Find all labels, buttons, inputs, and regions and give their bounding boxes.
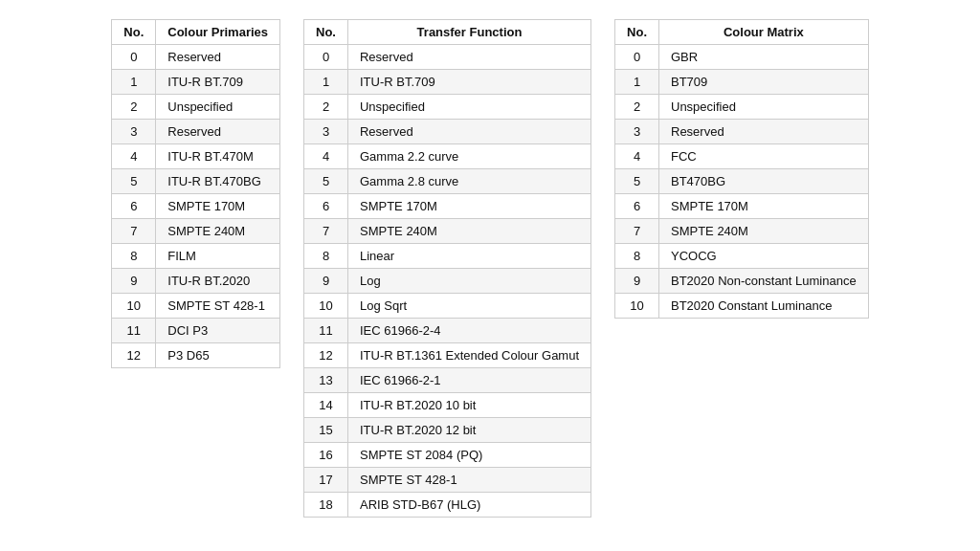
cell-value: Unspecified: [347, 95, 590, 120]
cell-value: Log: [347, 269, 590, 294]
table-row: 12P3 D65: [112, 343, 280, 368]
col-header-transfer: Transfer Function: [347, 20, 590, 45]
table-row: 2Unspecified: [615, 95, 869, 120]
table-row: 0GBR: [615, 45, 869, 70]
table-row: 2Unspecified: [112, 95, 280, 120]
table-row: 11IEC 61966-2-4: [304, 319, 591, 343]
cell-no: 2: [615, 95, 659, 120]
table-row: 12ITU-R BT.1361 Extended Colour Gamut: [304, 343, 591, 368]
col-header-matrix: Colour Matrix: [659, 20, 869, 45]
cell-no: 3: [112, 120, 156, 144]
cell-value: SMPTE 240M: [156, 219, 280, 244]
cell-value: Reserved: [659, 120, 869, 144]
table-row: 6SMPTE 170M: [112, 194, 280, 219]
table-row: 1ITU-R BT.709: [304, 70, 591, 95]
transfer-function-table: No. Transfer Function 0Reserved1ITU-R BT…: [303, 19, 591, 518]
cell-value: Reserved: [156, 45, 280, 70]
table-row: 9Log: [304, 269, 591, 294]
cell-no: 12: [112, 343, 156, 368]
cell-no: 10: [112, 294, 156, 319]
cell-no: 18: [304, 493, 348, 518]
cell-value: ITU-R BT.2020 12 bit: [347, 418, 590, 443]
cell-no: 1: [615, 70, 659, 95]
cell-no: 5: [304, 169, 348, 194]
cell-no: 4: [112, 144, 156, 169]
table-row: 4FCC: [615, 144, 869, 169]
cell-no: 11: [304, 319, 348, 343]
cell-value: GBR: [659, 45, 869, 70]
cell-no: 12: [304, 343, 348, 368]
cell-no: 14: [304, 393, 348, 418]
table-row: 6SMPTE 170M: [304, 194, 591, 219]
cell-no: 16: [304, 443, 348, 468]
cell-value: Gamma 2.8 curve: [347, 169, 590, 194]
table-row: 8Linear: [304, 244, 591, 269]
col-header-primaries: Colour Primaries: [156, 20, 280, 45]
cell-value: ITU-R BT.2020: [156, 269, 280, 294]
cell-no: 3: [304, 120, 348, 144]
table-row: 5Gamma 2.8 curve: [304, 169, 591, 194]
table-row: 3Reserved: [304, 120, 591, 144]
table-row: 10Log Sqrt: [304, 294, 591, 319]
cell-value: Unspecified: [156, 95, 280, 120]
table-row: 9ITU-R BT.2020: [112, 269, 280, 294]
cell-value: Reserved: [347, 45, 590, 70]
cell-value: YCOCG: [659, 244, 869, 269]
table-row: 14ITU-R BT.2020 10 bit: [304, 393, 591, 418]
cell-value: BT2020 Non-constant Luminance: [659, 269, 869, 294]
table-row: 0Reserved: [304, 45, 591, 70]
table-row: 0Reserved: [112, 45, 280, 70]
cell-no: 13: [304, 368, 348, 393]
cell-no: 4: [615, 144, 659, 169]
table-row: 7SMPTE 240M: [112, 219, 280, 244]
cell-no: 9: [112, 269, 156, 294]
cell-value: ITU-R BT.709: [156, 70, 280, 95]
cell-value: IEC 61966-2-1: [347, 368, 590, 393]
cell-value: ITU-R BT.2020 10 bit: [347, 393, 590, 418]
cell-no: 2: [304, 95, 348, 120]
col-header-no-1: No.: [112, 20, 156, 45]
colour-primaries-table: No. Colour Primaries 0Reserved1ITU-R BT.…: [111, 19, 280, 368]
cell-value: ITU-R BT.709: [347, 70, 590, 95]
table-row: 5ITU-R BT.470BG: [112, 169, 280, 194]
cell-value: BT2020 Constant Luminance: [659, 294, 869, 319]
cell-value: SMPTE 170M: [659, 194, 869, 219]
table-row: 15ITU-R BT.2020 12 bit: [304, 418, 591, 443]
cell-value: Reserved: [347, 120, 590, 144]
cell-no: 7: [304, 219, 348, 244]
cell-no: 5: [112, 169, 156, 194]
table-row: 16SMPTE ST 2084 (PQ): [304, 443, 591, 468]
cell-value: Reserved: [156, 120, 280, 144]
cell-value: Log Sqrt: [347, 294, 590, 319]
cell-no: 0: [615, 45, 659, 70]
cell-value: SMPTE 240M: [659, 219, 869, 244]
tables-container: No. Colour Primaries 0Reserved1ITU-R BT.…: [111, 19, 868, 518]
table-row: 10SMPTE ST 428-1: [112, 294, 280, 319]
cell-no: 17: [304, 468, 348, 493]
cell-no: 4: [304, 144, 348, 169]
cell-value: BT470BG: [659, 169, 869, 194]
cell-no: 11: [112, 319, 156, 343]
table-row: 4ITU-R BT.470M: [112, 144, 280, 169]
cell-no: 10: [304, 294, 348, 319]
cell-value: P3 D65: [156, 343, 280, 368]
cell-no: 0: [304, 45, 348, 70]
table-row: 3Reserved: [112, 120, 280, 144]
cell-value: SMPTE ST 428-1: [347, 468, 590, 493]
cell-value: SMPTE ST 428-1: [156, 294, 280, 319]
col-header-no-3: No.: [615, 20, 659, 45]
cell-value: ITU-R BT.1361 Extended Colour Gamut: [347, 343, 590, 368]
table-row: 11DCI P3: [112, 319, 280, 343]
cell-no: 6: [112, 194, 156, 219]
cell-value: SMPTE 170M: [156, 194, 280, 219]
cell-value: IEC 61966-2-4: [347, 319, 590, 343]
table-row: 3Reserved: [615, 120, 869, 144]
colour-matrix-table: No. Colour Matrix 0GBR1BT7092Unspecified…: [614, 19, 869, 319]
cell-no: 6: [304, 194, 348, 219]
cell-no: 15: [304, 418, 348, 443]
cell-value: FILM: [156, 244, 280, 269]
cell-no: 2: [112, 95, 156, 120]
cell-no: 9: [304, 269, 348, 294]
table-row: 8FILM: [112, 244, 280, 269]
cell-value: Gamma 2.2 curve: [347, 144, 590, 169]
